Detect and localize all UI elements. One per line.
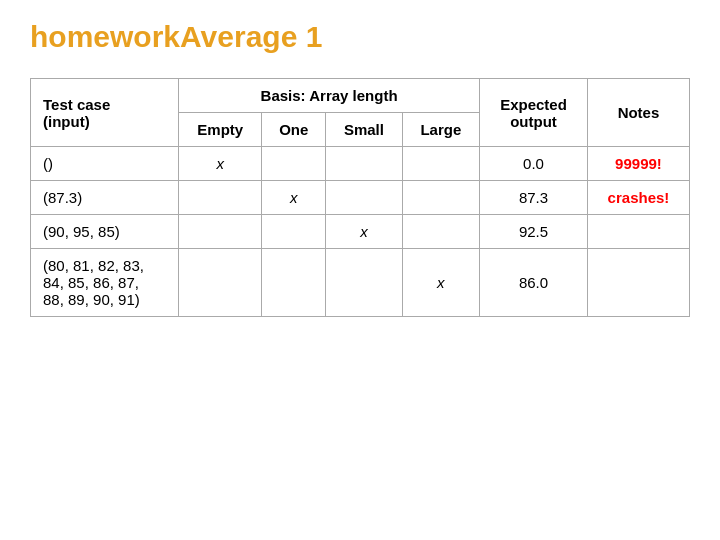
large-cell (402, 181, 479, 215)
notes-header: Notes (587, 79, 689, 147)
page-title: homeworkAverage 1 (30, 20, 690, 54)
expected-output-cell: 92.5 (480, 215, 588, 249)
basis-header: Basis: Array length (179, 79, 480, 113)
table-row: (80, 81, 82, 83, 84, 85, 86, 87, 88, 89,… (31, 249, 690, 317)
test-case-header: Test case (input) (31, 79, 179, 147)
notes-cell (587, 215, 689, 249)
small-cell: x (326, 215, 402, 249)
small-cell (326, 181, 402, 215)
small-cell (326, 147, 402, 181)
sub-header-one: One (262, 113, 326, 147)
sub-header-empty: Empty (179, 113, 262, 147)
empty-cell: x (179, 147, 262, 181)
table-row: (90, 95, 85)x92.5 (31, 215, 690, 249)
input-cell: () (31, 147, 179, 181)
header-row-top: Test case (input) Basis: Array length Ex… (31, 79, 690, 113)
large-cell (402, 215, 479, 249)
expected-output-cell: 0.0 (480, 147, 588, 181)
expected-output-header: Expected output (480, 79, 588, 147)
large-cell (402, 147, 479, 181)
one-cell: x (262, 181, 326, 215)
small-cell (326, 249, 402, 317)
input-cell: (87.3) (31, 181, 179, 215)
notes-cell (587, 249, 689, 317)
empty-cell (179, 249, 262, 317)
one-cell (262, 249, 326, 317)
sub-header-large: Large (402, 113, 479, 147)
table-row: ()x0.099999! (31, 147, 690, 181)
large-cell: x (402, 249, 479, 317)
expected-output-cell: 87.3 (480, 181, 588, 215)
empty-cell (179, 215, 262, 249)
one-cell (262, 215, 326, 249)
expected-output-cell: 86.0 (480, 249, 588, 317)
empty-cell (179, 181, 262, 215)
input-cell: (90, 95, 85) (31, 215, 179, 249)
notes-cell: 99999! (587, 147, 689, 181)
one-cell (262, 147, 326, 181)
input-cell: (80, 81, 82, 83, 84, 85, 86, 87, 88, 89,… (31, 249, 179, 317)
sub-header-small: Small (326, 113, 402, 147)
test-table: Test case (input) Basis: Array length Ex… (30, 78, 690, 317)
notes-cell: crashes! (587, 181, 689, 215)
table-row: (87.3)x87.3crashes! (31, 181, 690, 215)
